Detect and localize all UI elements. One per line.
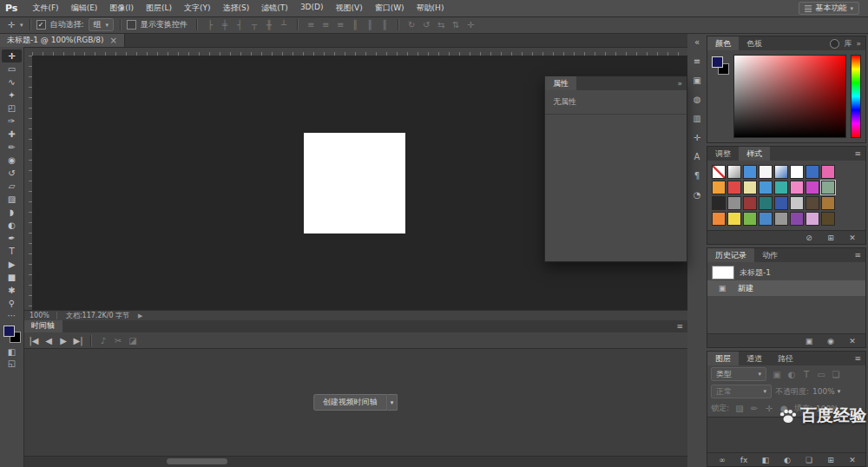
menu-item-1[interactable]: 编辑(E) [65, 2, 104, 15]
quick-selection-tool[interactable]: ✦ [2, 89, 22, 102]
align-top-icon[interactable]: ┬ [247, 18, 261, 31]
edit-toolbar-icon[interactable]: ⋯ [2, 310, 22, 321]
zoom-level-field[interactable]: 100% [30, 312, 57, 319]
style-swatch[interactable] [712, 181, 726, 194]
new-snapshot-icon[interactable]: ◉ [824, 334, 838, 347]
tab-properties[interactable]: 属性 [545, 76, 576, 90]
layer-mask-icon[interactable]: ◧ [759, 453, 773, 466]
dodge-tool[interactable]: ◐ [2, 219, 22, 232]
create-timeline-caret-icon[interactable]: ▾ [387, 394, 398, 411]
style-swatch[interactable] [774, 196, 788, 210]
color-panel-tab-0[interactable]: 颜色 [707, 36, 739, 50]
libraries-label[interactable]: 库 [844, 38, 852, 49]
style-swatch[interactable] [727, 212, 741, 226]
screen-mode-button[interactable]: ◱ [2, 358, 22, 369]
filter-pixel-icon[interactable]: ▣ [770, 368, 784, 381]
new-doc-from-state-icon[interactable]: ▣ [802, 334, 816, 347]
layer-filter-dropdown[interactable]: 类型 ▾ [711, 367, 766, 381]
document-tab[interactable]: 未标题-1 @ 100%(RGB/8) × [0, 33, 125, 47]
style-swatch[interactable] [743, 165, 757, 179]
style-swatch[interactable] [806, 181, 819, 194]
close-icon[interactable]: × [110, 36, 117, 45]
lock-transparent-pixels-icon[interactable]: ▨ [733, 402, 746, 415]
lasso-tool[interactable]: ∿ [2, 76, 22, 89]
show-transform-checkbox[interactable] [127, 20, 136, 30]
libraries-icon[interactable] [830, 39, 839, 49]
panel-menu-icon[interactable]: ≡ [676, 322, 683, 331]
distribute-right-icon[interactable]: ║ [378, 18, 391, 31]
snapshot-thumbnail[interactable] [712, 266, 734, 280]
style-swatch[interactable] [712, 196, 726, 210]
distribute-left-icon[interactable]: ║ [348, 18, 362, 31]
distribute-top-icon[interactable]: ≡ [304, 18, 318, 31]
style-swatch[interactable] [743, 212, 757, 226]
align-bottom-icon[interactable]: ┴ [277, 18, 291, 31]
menu-item-3[interactable]: 图层(L) [140, 2, 178, 15]
adjustment-layer-icon[interactable]: ◐ [780, 453, 794, 466]
status-arrow-icon[interactable]: ▶ [138, 312, 142, 319]
create-video-timeline-button[interactable]: 创建视频时间轴 [313, 394, 387, 411]
histogram-panel-icon[interactable]: ▥ [689, 112, 705, 125]
timeline-panel-icon[interactable]: ◔ [689, 188, 705, 201]
menu-item-6[interactable]: 滤镜(T) [255, 2, 294, 15]
crop-tool[interactable]: ◰ [2, 102, 22, 115]
menu-item-10[interactable]: 帮助(H) [411, 2, 450, 15]
align-left-icon[interactable]: ├ [203, 18, 217, 31]
style-swatch[interactable] [774, 181, 788, 194]
transition-button[interactable]: ◪ [126, 334, 140, 347]
saturation-brightness-field[interactable] [733, 55, 846, 138]
blur-tool[interactable]: ◗ [2, 206, 22, 219]
3d-scale-icon[interactable]: ✛ [464, 18, 477, 31]
style-swatch[interactable] [743, 181, 757, 194]
navigator-panel-icon[interactable]: ✛ [689, 131, 705, 144]
style-swatch[interactable] [790, 181, 804, 194]
style-swatch[interactable] [743, 196, 757, 210]
style-swatch[interactable] [759, 181, 773, 194]
tool-preset-icon[interactable]: ✛ [4, 18, 18, 31]
history-panel-tab-1[interactable]: 动作 [754, 248, 786, 262]
character-panel-icon[interactable]: A [689, 150, 705, 163]
new-group-icon[interactable]: ❏ [802, 453, 816, 466]
new-layer-icon[interactable]: ⊞ [824, 453, 838, 466]
panel-menu-icon[interactable]: ≡ [854, 354, 861, 363]
3d-pan-icon[interactable]: ⇆ [434, 18, 448, 31]
layer-effects-icon[interactable]: fx [737, 453, 751, 466]
color-panel-tab-1[interactable]: 色板 [739, 36, 770, 50]
shape-tool[interactable]: ■ [2, 271, 22, 284]
styles-panel-tab-0[interactable]: 调整 [707, 147, 739, 161]
marquee-tool[interactable]: ▭ [2, 62, 22, 76]
align-center-v-icon[interactable]: ╫ [262, 18, 276, 31]
style-swatch[interactable] [806, 212, 819, 226]
3d-roll-icon[interactable]: ↺ [419, 18, 433, 31]
eyedropper-tool[interactable]: ✑ [2, 115, 22, 128]
3d-rotate-icon[interactable]: ↻ [404, 18, 418, 31]
info-panel-icon[interactable]: ◍ [689, 93, 705, 106]
pen-tool[interactable]: ✒ [2, 232, 22, 245]
layers-panel-tab-0[interactable]: 图层 [707, 352, 739, 365]
style-swatch[interactable] [790, 165, 804, 179]
3d-slide-icon[interactable]: ⇅ [449, 18, 463, 31]
layers-panel-tab-2[interactable]: 路径 [770, 352, 801, 365]
next-frame-button[interactable]: ▶| [71, 334, 85, 347]
expand-panels-icon[interactable]: « [689, 36, 705, 49]
type-tool[interactable]: T [2, 245, 22, 258]
style-swatch[interactable] [821, 181, 835, 194]
lock-image-pixels-icon[interactable]: ✏ [747, 402, 761, 415]
brush-settings-panel-icon[interactable]: ≡ [689, 55, 705, 68]
brush-tool[interactable]: ✏ [2, 141, 22, 154]
delete-state-icon[interactable]: ✕ [845, 334, 859, 347]
style-swatch[interactable] [759, 165, 773, 179]
zoom-tool[interactable]: ⚲ [2, 297, 22, 310]
style-swatch[interactable] [727, 165, 741, 179]
style-swatch[interactable] [806, 196, 819, 210]
previous-frame-button[interactable]: ◀ [42, 334, 56, 347]
filter-shape-icon[interactable]: ▭ [814, 368, 828, 381]
go-to-first-frame-button[interactable]: |◀ [27, 334, 41, 347]
style-swatch[interactable] [821, 196, 835, 210]
foreground-background-swatch[interactable] [712, 55, 729, 138]
delete-layer-icon[interactable]: ✕ [845, 453, 859, 466]
quick-mask-button[interactable]: ◧ [2, 346, 22, 358]
filter-adjustment-icon[interactable]: ◐ [785, 368, 799, 381]
foreground-background-swatch[interactable] [3, 326, 21, 343]
play-button[interactable]: ▶ [56, 334, 70, 347]
